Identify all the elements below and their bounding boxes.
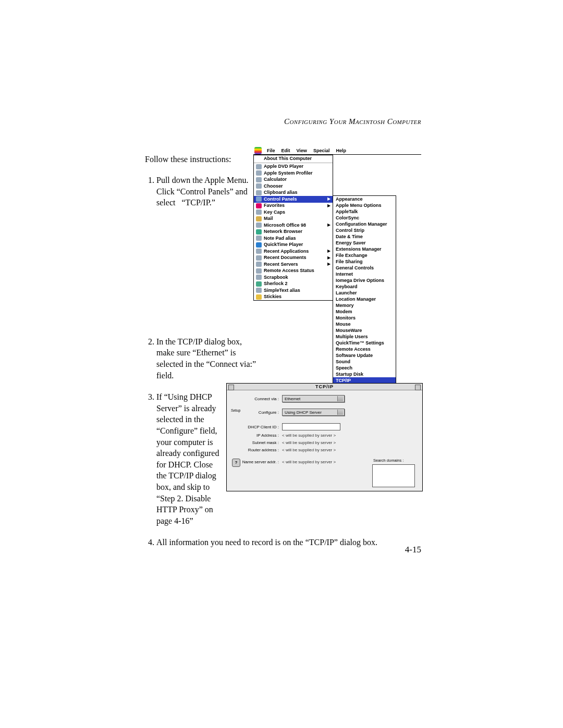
scrapbook-icon — [256, 275, 262, 280]
folder-icon — [256, 255, 262, 261]
submenu-item[interactable]: Monitors — [333, 315, 396, 321]
menu-item-favorites[interactable]: Favorites▶ — [254, 203, 333, 209]
menu-item-office[interactable]: Microsoft Office 98▶ — [254, 222, 333, 229]
help-button[interactable]: ? — [232, 459, 240, 467]
menu-item-sherlock[interactable]: Sherlock 2 — [254, 281, 333, 288]
select-connect-via[interactable]: Ethernet — [282, 395, 345, 402]
folder-icon — [256, 262, 262, 267]
apple-logo-icon[interactable] — [254, 147, 262, 154]
menu-item-keycaps[interactable]: Key Caps — [254, 209, 333, 216]
menu-item-stickies[interactable]: Stickies — [254, 294, 333, 301]
control-panels-submenu: AppearanceApple Menu OptionsAppleTalkCol… — [333, 195, 396, 403]
submenu-item[interactable]: Sound — [333, 359, 396, 365]
submenu-item[interactable]: Keyboard — [333, 283, 396, 290]
submenu-item[interactable]: Configuration Manager — [333, 221, 396, 227]
menu-item-recentapps[interactable]: Recent Applications▶ — [254, 248, 333, 255]
submenu-item[interactable]: Apple Menu Options — [333, 202, 396, 208]
menu-item-control-panels[interactable]: Control Panels▶ — [254, 196, 333, 203]
menu-edit[interactable]: Edit — [282, 149, 290, 153]
chooser-icon — [256, 183, 262, 189]
step-3-text: If “Using DHCP Server” is already select… — [156, 391, 224, 526]
step-2-text: In the TCP/IP dialog box, make sure “Eth… — [156, 336, 258, 381]
submenu-item[interactable]: Remote Access — [333, 346, 396, 352]
value-nameserver: < will be supplied by server > — [282, 460, 336, 464]
sherlock-icon — [256, 281, 262, 287]
submenu-item[interactable]: File Sharing — [333, 258, 396, 265]
submenu-item[interactable]: MouseWare — [333, 327, 396, 334]
input-search-domains[interactable] — [372, 464, 415, 487]
menu-item-scrapbook[interactable]: Scrapbook — [254, 274, 333, 281]
clipboard-icon — [256, 190, 262, 195]
value-ip-address: < will be supplied by server > — [282, 433, 336, 438]
menu-item-recentdocs[interactable]: Recent Documents▶ — [254, 255, 333, 262]
simpletext-icon — [256, 288, 262, 293]
tcpip-dialog-title: TCP/IP — [227, 384, 422, 390]
menu-item-quicktime[interactable]: QuickTime Player — [254, 242, 333, 249]
menu-view[interactable]: View — [297, 149, 307, 153]
submenu-item[interactable]: Software Update — [333, 352, 396, 359]
menu-help[interactable]: Help — [336, 149, 346, 153]
label-connect-via: Connect via : — [231, 397, 282, 401]
label-subnet: Subnet mask : — [231, 440, 282, 445]
submenu-item[interactable]: Location Manager — [333, 296, 396, 302]
submenu-item[interactable]: Modem — [333, 309, 396, 315]
menu-item-dvd[interactable]: Apple DVD Player — [254, 164, 333, 170]
submenu-arrow-icon: ▶ — [327, 197, 331, 201]
label-ip-address: IP Address : — [231, 433, 282, 438]
menu-item-calculator[interactable]: Calculator — [254, 177, 333, 183]
submenu-arrow-icon: ▶ — [327, 204, 331, 208]
submenu-item[interactable]: Extensions Manager — [333, 246, 396, 252]
globe-icon — [256, 229, 262, 235]
tcpip-dialog-screenshot: TCP/IP Connect via : Ethernet Setup Conf… — [226, 383, 423, 491]
setup-divider — [231, 411, 239, 412]
submenu-item[interactable]: Startup Disk — [333, 371, 396, 377]
apple-menu-dropdown: About This Computer Apple DVD Player App… — [253, 155, 333, 301]
quicktime-icon — [256, 242, 262, 248]
remote-icon — [256, 268, 262, 274]
folder-icon — [256, 249, 262, 254]
submenu-item[interactable]: Multiple Users — [333, 334, 396, 340]
select-configure[interactable]: Using DHCP Server — [282, 409, 345, 416]
submenu-item[interactable]: Launcher — [333, 290, 396, 296]
window-close-box[interactable] — [228, 385, 234, 390]
menu-item-profiler[interactable]: Apple System Profiler — [254, 170, 333, 177]
input-dhcp-client-id[interactable] — [282, 423, 340, 430]
menu-special[interactable]: Special — [313, 149, 330, 153]
office-icon — [256, 223, 262, 228]
submenu-item[interactable]: QuickTime™ Settings — [333, 340, 396, 346]
menu-item-mail[interactable]: Mail — [254, 216, 333, 223]
submenu-arrow-icon: ▶ — [327, 223, 331, 227]
menu-item-netbrowser[interactable]: Network Browser — [254, 229, 333, 236]
menu-divider — [254, 163, 333, 163]
submenu-item[interactable]: File Exchange — [333, 252, 396, 258]
submenu-item[interactable]: Internet — [333, 271, 396, 277]
menu-item-about[interactable]: About This Computer — [254, 155, 333, 162]
step-4: All information you need to record is on… — [156, 537, 421, 548]
submenu-item[interactable]: AppleTalk — [333, 208, 396, 215]
value-subnet: < will be supplied by server > — [282, 440, 336, 445]
submenu-item[interactable]: Memory — [333, 302, 396, 309]
window-zoom-box[interactable] — [415, 385, 421, 390]
menu-item-remoteaccess[interactable]: Remote Access Status — [254, 268, 333, 275]
profiler-icon — [256, 170, 262, 176]
submenu-item[interactable]: Mouse — [333, 321, 396, 327]
submenu-item[interactable]: ColorSync — [333, 215, 396, 221]
keycaps-icon — [256, 209, 262, 215]
calculator-icon — [256, 177, 262, 182]
submenu-item[interactable]: Appearance — [333, 196, 396, 202]
submenu-item[interactable]: Energy Saver — [333, 240, 396, 246]
value-router: < will be supplied by server > — [282, 448, 336, 452]
menu-item-chooser[interactable]: Chooser — [254, 183, 333, 190]
menu-item-recentservers[interactable]: Recent Servers▶ — [254, 261, 333, 268]
menu-item-notepad[interactable]: Note Pad alias — [254, 235, 333, 242]
submenu-item[interactable]: General Controls — [333, 265, 396, 271]
submenu-item[interactable]: Iomega Drive Options — [333, 277, 396, 283]
label-dhcp-client-id: DHCP Client ID : — [231, 425, 282, 429]
menu-item-clipboard[interactable]: Clipboard alias — [254, 190, 333, 196]
submenu-item[interactable]: Speech — [333, 365, 396, 371]
submenu-item[interactable]: Date & Time — [333, 233, 396, 240]
submenu-item[interactable]: Control Strip — [333, 227, 396, 233]
menu-file[interactable]: File — [267, 149, 275, 153]
menu-item-simpletext[interactable]: SimpleText alias — [254, 287, 333, 294]
running-header: Configuring Your Macintosh Computer — [145, 117, 421, 126]
